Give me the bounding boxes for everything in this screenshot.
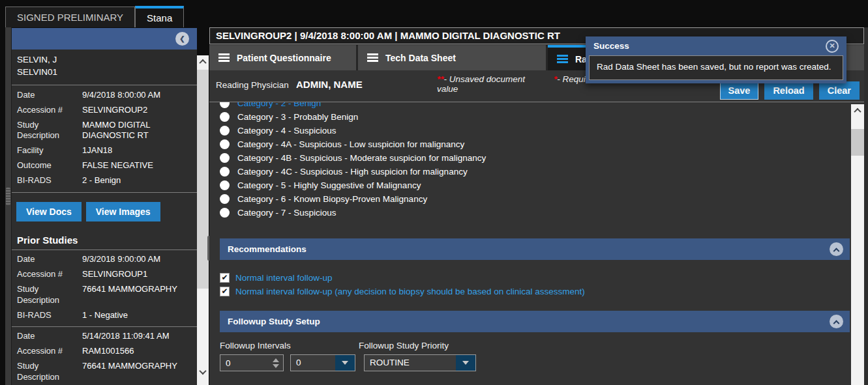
left-panel-splitter[interactable] — [5, 27, 12, 385]
caret-down-icon — [273, 364, 279, 368]
birads-option[interactable]: Category - 4B - Suspicious - Moderate su… — [220, 151, 850, 165]
reading-physician-label: Reading Physician — [216, 80, 289, 90]
reading-physician-value: ADMIN, NAME — [296, 79, 363, 90]
patient-name-block: SELVIN, J SELVIN01 — [12, 50, 197, 85]
followup-field-labels: Followup Intervals Followup Study Priori… — [220, 341, 850, 350]
followup-setup-header[interactable]: Followup Study Setup — [220, 311, 850, 332]
dropdown-value: ROUTINE — [365, 355, 456, 371]
radio-button[interactable] — [220, 167, 230, 177]
collapse-section-icon[interactable] — [830, 242, 843, 256]
recommendation-item[interactable]: ✔ Normal interval follow-up — [220, 271, 850, 285]
study-detail-row: Accession # RAM1001566 — [12, 344, 197, 359]
view-docs-button[interactable]: View Docs — [16, 202, 82, 221]
detail-label: Accession # — [17, 346, 82, 357]
form-content: Category - 2 - Benign Category - 3 - Pro… — [220, 102, 850, 371]
detail-label: Date — [17, 254, 82, 265]
detail-label: Date — [17, 90, 82, 101]
patient-id: SELVIN01 — [17, 66, 192, 79]
dialog-title: Success — [593, 41, 629, 51]
close-icon[interactable]: ✕ — [826, 40, 839, 53]
detail-label: Outcome — [17, 160, 82, 171]
birads-option[interactable]: Category - 5 - Highly Suggestive of Mali… — [220, 178, 850, 192]
detail-value: 1 - Negative — [82, 310, 192, 321]
chevron-down-icon — [199, 367, 206, 375]
dialog-titlebar: Success ✕ — [589, 36, 843, 55]
form-scrollbar[interactable] — [851, 104, 864, 385]
radio-button[interactable] — [220, 139, 230, 149]
detail-value: RAM1001566 — [82, 346, 192, 357]
detail-value: 9/4/2018 8:00:00 AM — [82, 90, 192, 101]
spinner-value: 0 — [220, 358, 269, 368]
tab-patient-questionnaire[interactable]: Patient Questionnaire — [209, 45, 358, 70]
radio-button[interactable] — [220, 180, 230, 190]
study-detail-row: Date 9/4/2018 8:00:00 AM — [12, 88, 197, 103]
dropdown-button[interactable] — [456, 355, 475, 371]
birads-option[interactable]: Category - 4 - Suspicious — [220, 124, 850, 137]
detail-value: 76641 MAMMOGRAPHY — [82, 361, 192, 383]
followup-interval-unit-dropdown[interactable]: 0 — [290, 354, 355, 371]
tab-stana[interactable]: Stana — [135, 6, 184, 27]
check-icon: ✔ — [221, 273, 228, 282]
birads-option[interactable]: Category - 4C - Suspicious - High suspic… — [220, 165, 850, 178]
caret-down-icon — [342, 361, 348, 365]
study-detail-row: Accession # SELVINGROUP1 — [12, 267, 197, 282]
detail-value: FALSE NEGATIVE — [82, 160, 192, 171]
checkbox-checked[interactable]: ✔ — [220, 273, 230, 283]
followup-priority-dropdown[interactable]: ROUTINE — [364, 354, 476, 371]
tab-tech-data-sheet[interactable]: Tech Data Sheet — [358, 45, 548, 70]
birads-option[interactable]: Category - 7 - Suspicious — [220, 206, 850, 220]
detail-value: 2 - Benign — [82, 175, 192, 186]
reload-button[interactable]: Reload — [764, 81, 813, 100]
section-title: Recommendations — [228, 244, 307, 254]
scrollbar-thumb[interactable] — [851, 129, 864, 156]
tab-signed-preliminary[interactable]: SIGNED PRELIMINARY — [5, 7, 135, 27]
scroll-down-button[interactable] — [197, 365, 209, 378]
menu-icon — [557, 55, 568, 63]
caret-down-icon — [462, 361, 469, 365]
radio-button[interactable] — [220, 126, 230, 135]
radio-button[interactable] — [220, 102, 230, 108]
recommendations-header[interactable]: Recommendations — [220, 238, 850, 260]
check-icon: ✔ — [221, 287, 228, 296]
detail-value: 5/14/2018 11:09:41 AM — [82, 331, 192, 342]
followup-interval-spinner[interactable]: 0 — [220, 354, 284, 371]
dialog-message: Rad Data Sheet has been saved, but no re… — [589, 55, 843, 80]
detail-value: 9/3/2018 9:00:00 AM — [82, 254, 192, 265]
tab-label: Patient Questionnaire — [237, 53, 331, 63]
spinner-arrows[interactable] — [269, 358, 283, 368]
radio-button[interactable] — [220, 153, 230, 163]
drag-handle[interactable] — [6, 188, 10, 205]
radio-button[interactable] — [220, 194, 230, 204]
save-button[interactable]: Save — [720, 81, 759, 100]
radio-button[interactable] — [220, 112, 230, 122]
tab-label: Stana — [147, 12, 172, 23]
sidebar-scrollbar[interactable] — [197, 55, 209, 385]
study-detail-row: BI-RADS 2 - Benign — [12, 173, 197, 188]
detail-value: SELVINGROUP1 — [82, 269, 192, 280]
detail-value: SELVINGROUP2 — [82, 105, 192, 116]
prior-studies-title: Prior Studies — [12, 229, 197, 250]
birads-category-list: Category - 2 - Benign Category - 3 - Pro… — [220, 102, 850, 220]
study-detail-row: BI-RADS 1 - Negative — [12, 308, 197, 323]
collapse-section-icon[interactable] — [830, 315, 843, 328]
study-detail-row: Accession # SELVINGROUP2 — [12, 103, 197, 118]
study-detail-row: Study Description 76641 MAMMOGRAPHY — [12, 359, 197, 385]
scroll-up-button[interactable] — [197, 55, 209, 68]
clear-button[interactable]: Clear — [819, 81, 860, 100]
recommendations-list: ✔ Normal interval follow-up ✔ Normal int… — [220, 271, 850, 298]
radio-button[interactable] — [220, 208, 230, 218]
birads-option[interactable]: Category - 2 - Benign — [220, 102, 850, 110]
birads-option[interactable]: Category - 4A - Suspicious - Low suspici… — [220, 137, 850, 151]
checkbox-checked[interactable]: ✔ — [220, 287, 230, 296]
detail-label: BI-RADS — [17, 175, 82, 186]
scroll-up-button[interactable] — [851, 104, 864, 117]
collapse-sidebar-icon[interactable]: ❮ — [175, 32, 189, 46]
recommendation-item[interactable]: ✔ Normal interval follow-up (any decisio… — [220, 285, 850, 298]
current-study-details: Date 9/4/2018 8:00:00 AM Accession # SEL… — [12, 85, 197, 193]
birads-option[interactable]: Category - 6 - Known Biopsy-Proven Malig… — [220, 192, 850, 206]
view-images-button[interactable]: View Images — [86, 202, 160, 221]
birads-option[interactable]: Category - 3 - Probably Benign — [220, 110, 850, 124]
detail-label: Study Description — [17, 284, 82, 306]
dropdown-button[interactable] — [335, 355, 355, 371]
chevron-up-icon — [833, 320, 840, 326]
